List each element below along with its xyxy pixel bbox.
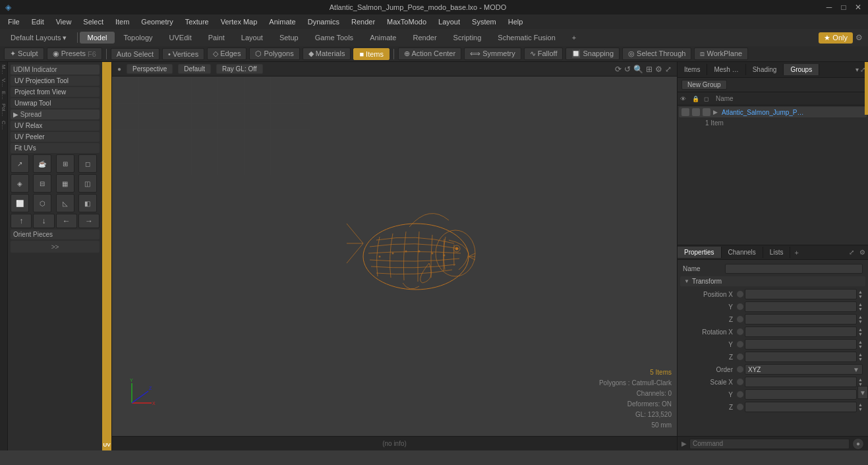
tool-icon-6[interactable]: ▦ [56, 174, 74, 193]
perspective-button[interactable]: Perspective [127, 64, 173, 74]
menu-dynamics[interactable]: Dynamics [303, 16, 345, 27]
rotation-x-input[interactable]: 0.0 ° [745, 326, 857, 337]
tab-animate[interactable]: Animate [362, 32, 404, 44]
symmetry-button[interactable]: ⟺ Symmetry [464, 47, 521, 60]
tool-icon-4[interactable]: ◈ [11, 174, 29, 193]
vp-grid-icon[interactable]: ⊞ [646, 65, 652, 74]
group-vis-toggle[interactable] [703, 108, 710, 116]
menu-render[interactable]: Render [346, 16, 380, 27]
tab-properties[interactable]: Properties [678, 247, 722, 258]
menu-animate[interactable]: Animate [264, 16, 301, 27]
unwrap-tool-btn[interactable]: Unwrap Tool [11, 98, 100, 108]
tab-shading[interactable]: Shading [746, 64, 784, 75]
star-only-button[interactable]: ★ Only [819, 32, 853, 44]
menu-select[interactable]: Select [78, 16, 109, 27]
arrow-up-btn[interactable]: ↑ [11, 214, 32, 228]
tool-icon-8[interactable]: ⬜ [11, 194, 29, 212]
edges-button[interactable]: ◇ Edges [207, 47, 246, 60]
scale-x-arrows[interactable]: ▲▼ [858, 377, 863, 387]
scale-y-dot[interactable] [737, 391, 743, 398]
group-name-label[interactable]: Atlantic_Salmon_Jump_P… [722, 109, 864, 116]
fit-uvs-btn[interactable]: Fit UVs [11, 143, 100, 153]
settings-icon[interactable]: ⚙ [855, 33, 863, 42]
name-field-input[interactable]: (mixed) [725, 264, 863, 274]
scale-z-input[interactable]: 100.0 % [745, 402, 857, 412]
vp-reset-icon[interactable]: ↺ [624, 65, 631, 74]
tab-uvedit[interactable]: UVEdit [161, 32, 200, 44]
menu-help[interactable]: Help [503, 16, 529, 27]
vp-orbit-icon[interactable]: ⟳ [615, 65, 622, 74]
vp-settings-icon[interactable]: ⚙ [655, 65, 662, 74]
tab-layout[interactable]: Layout [233, 32, 271, 44]
tab-setup[interactable]: Setup [272, 32, 306, 44]
rotation-z-dot[interactable] [737, 354, 743, 360]
tool-icon-3[interactable]: ◻ [78, 154, 97, 173]
tab-groups[interactable]: Groups [784, 64, 819, 75]
close-button[interactable]: ✕ [854, 3, 863, 12]
tab-render[interactable]: Render [405, 32, 444, 44]
falloff-button[interactable]: ∿ Falloff [524, 47, 564, 60]
scale-y-input[interactable]: 100.0 % [745, 389, 857, 400]
tab-game-tools[interactable]: Game Tools [307, 32, 362, 44]
arrow-down-btn[interactable]: ↓ [33, 214, 54, 228]
vp-zoom-icon[interactable]: 🔍 [633, 65, 643, 74]
position-y-dot[interactable] [737, 303, 743, 310]
menu-maxtoModo[interactable]: MaxToModo [382, 16, 432, 27]
tab-topology[interactable]: Topology [115, 32, 160, 44]
tab-plus[interactable]: + [564, 32, 584, 44]
polygons-button[interactable]: ⬡ Polygons [249, 47, 299, 60]
action-center-button[interactable]: ⊕ Action Center [398, 47, 461, 60]
position-z-arrows[interactable]: ▲▼ [858, 315, 863, 324]
auto-select-button[interactable]: Auto Select [111, 48, 159, 60]
rotation-y-arrows[interactable]: ▲▼ [858, 340, 863, 349]
group-eye-toggle[interactable] [681, 108, 689, 116]
menu-file[interactable]: File [3, 16, 25, 27]
tool-icon-10[interactable]: ◺ [56, 194, 74, 212]
order-dot[interactable] [737, 366, 743, 373]
uv-relax-btn[interactable]: UV Relax [11, 121, 100, 131]
tool-icon-9[interactable]: ⬡ [33, 194, 51, 212]
spread-header[interactable]: ▶ Spread [11, 109, 100, 119]
viewport-canvas[interactable]: X Y Z 5 Items Polygons : Catmull-Clark C… [112, 77, 677, 436]
props-plus-button[interactable]: + [790, 247, 802, 258]
tab-lists[interactable]: Lists [763, 247, 791, 258]
command-input[interactable] [689, 439, 850, 449]
snapping-button[interactable]: 🔲 Snapping [565, 47, 620, 60]
props-settings-icon[interactable]: ⚙ [857, 249, 868, 256]
scale-x-dot[interactable] [737, 379, 743, 385]
tab-channels[interactable]: Channels [722, 247, 763, 258]
props-expand-icon[interactable]: ⤢ [846, 249, 857, 256]
rotation-x-arrows[interactable]: ▲▼ [858, 327, 863, 336]
tab-paint[interactable]: Paint [200, 32, 233, 44]
rotation-y-input[interactable]: 0.0 ° [745, 339, 857, 350]
uv-peeler-btn[interactable]: UV Peeler [11, 132, 100, 142]
tab-mesh[interactable]: Mesh … [707, 64, 745, 75]
tab-items[interactable]: Items [678, 64, 707, 75]
tab-scripting[interactable]: Scripting [446, 32, 490, 44]
maximize-button[interactable]: □ [839, 3, 848, 12]
tab-layout-default[interactable]: Default Layouts ▾ [3, 32, 75, 44]
transform-section-header[interactable]: ▼ Transform [680, 276, 865, 286]
command-exec-button[interactable]: ● [852, 438, 864, 450]
sculpt-button[interactable]: ✦ Sculpt [4, 47, 44, 60]
menu-texture[interactable]: Texture [180, 16, 214, 27]
position-z-input[interactable]: (mixed) [745, 314, 857, 325]
order-value[interactable]: XYZ ▼ [745, 364, 863, 375]
arrow-left-btn[interactable]: ← [56, 214, 77, 228]
scale-z-arrows[interactable]: ▲▼ [858, 402, 863, 412]
rotation-z-arrows[interactable]: ▲▼ [858, 352, 863, 361]
presets-button[interactable]: ◉ Presets F6 [47, 47, 102, 60]
vertices-button[interactable]: • Vertices [162, 48, 204, 60]
viewport[interactable]: ● Perspective Default Ray GL: Off ⟳ ↺ 🔍 … [112, 62, 677, 450]
default-button[interactable]: Default [178, 64, 211, 74]
position-z-dot[interactable] [737, 316, 743, 323]
menu-view[interactable]: View [51, 16, 77, 27]
menu-system[interactable]: System [467, 16, 502, 27]
udim-indicator-header[interactable]: UDIM Indicator [11, 65, 100, 75]
scale-z-dot[interactable] [737, 404, 743, 410]
position-y-arrows[interactable]: ▲▼ [858, 302, 863, 311]
menu-item[interactable]: Item [110, 16, 134, 27]
select-through-button[interactable]: ◎ Select Through [622, 47, 691, 60]
more-button[interactable]: >> [11, 241, 100, 253]
tool-icon-0[interactable]: ↗ [11, 154, 29, 173]
